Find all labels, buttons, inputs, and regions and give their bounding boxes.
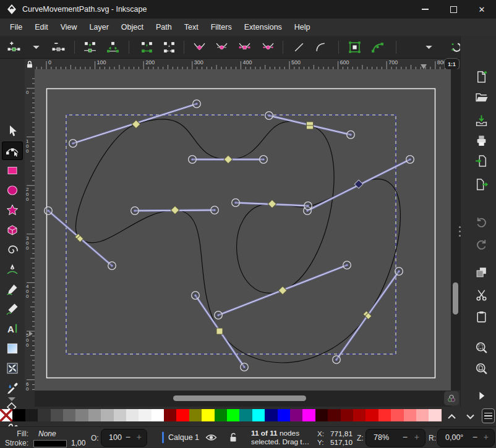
rotation-increase-button[interactable]: +: [484, 432, 489, 442]
tool-spiral[interactable]: [2, 240, 23, 259]
palette-swatch-000080[interactable]: [265, 409, 277, 421]
opacity-spinbox[interactable]: 100 − +: [101, 429, 147, 447]
palette-menu-button[interactable]: [482, 408, 495, 423]
menu-item-extensions[interactable]: Extensions: [238, 20, 288, 35]
paste-icon[interactable]: [471, 307, 492, 326]
rotation-value[interactable]: 0,00°: [445, 433, 463, 442]
palette-swatch-ff8080[interactable]: [404, 409, 416, 421]
tool-dropper[interactable]: [2, 379, 23, 397]
toolbox-scroll-icon[interactable]: [8, 397, 15, 401]
expand-dock-icon[interactable]: [471, 386, 492, 405]
palette-swatch-ffffff[interactable]: [152, 409, 164, 421]
horizontal-ruler[interactable]: 0100200300400500600700800: [35, 59, 451, 69]
opacity-decrease-button[interactable]: −: [126, 432, 130, 442]
stroke-width-value[interactable]: 1,00: [71, 439, 85, 447]
palette-swatch-ff00ff[interactable]: [302, 409, 315, 421]
palette-swatch-800080[interactable]: [290, 409, 302, 421]
path-node[interactable]: [268, 200, 276, 208]
maximize-button[interactable]: [439, 0, 468, 19]
palette-swatch-4d4d4d[interactable]: [51, 409, 63, 421]
palette-swatch-800000[interactable]: [341, 409, 353, 421]
zoom-decrease-button[interactable]: −: [403, 432, 408, 442]
menu-item-object[interactable]: Object: [115, 20, 150, 35]
node-auto-button[interactable]: [260, 39, 276, 56]
break-nodes-button[interactable]: [105, 39, 121, 56]
rotation-decrease-button[interactable]: −: [472, 432, 477, 442]
palette-scroll-up-icon[interactable]: [445, 412, 458, 421]
palette-swatch-2b0000[interactable]: [315, 409, 328, 421]
palette-swatch-ffd5d5[interactable]: [429, 409, 441, 421]
opacity-increase-button[interactable]: +: [137, 432, 142, 442]
path-node[interactable]: [224, 155, 233, 164]
new-document-icon[interactable]: [471, 67, 492, 86]
tool-mesh[interactable]: [2, 359, 23, 378]
path-node[interactable]: [278, 286, 287, 295]
tool-pencil[interactable]: [2, 280, 23, 298]
segment-line-button[interactable]: [291, 39, 307, 56]
palette-scroll-down-icon[interactable]: [463, 412, 477, 421]
palette-swatch-808000[interactable]: [189, 409, 202, 421]
cut-icon[interactable]: [471, 285, 492, 304]
zoom-spinbox[interactable]: 78% − +: [366, 429, 425, 447]
undo-icon[interactable]: [471, 211, 492, 230]
menu-item-path[interactable]: Path: [150, 20, 178, 35]
save-document-icon[interactable]: [471, 111, 492, 130]
zoom-1-1-button[interactable]: 1:1: [444, 58, 460, 70]
palette-swatch-ff5555[interactable]: [391, 409, 403, 421]
palette-swatch-666666[interactable]: [63, 409, 75, 421]
layer-visibility-eye-icon[interactable]: [205, 433, 217, 442]
close-button[interactable]: ✕: [468, 0, 496, 19]
insert-node-button[interactable]: [6, 39, 22, 56]
join-nodes-button[interactable]: [82, 39, 98, 56]
tool-calligraphy[interactable]: [2, 300, 23, 318]
redo-icon[interactable]: [471, 234, 492, 252]
palette-swatch-0000ff[interactable]: [278, 409, 290, 421]
zoom-value[interactable]: 78%: [374, 433, 389, 442]
print-icon[interactable]: [471, 131, 492, 150]
palette-swatch-800000[interactable]: [164, 409, 176, 421]
fill-value[interactable]: None: [38, 429, 56, 438]
insert-node-options-dropdown[interactable]: [28, 39, 45, 56]
zoom-selection-icon[interactable]: [471, 338, 492, 357]
tool-star[interactable]: [2, 201, 23, 219]
vertical-scrollbar-thumb[interactable]: [453, 282, 458, 315]
bezier-path[interactable]: [76, 119, 401, 363]
palette-swatch-000000[interactable]: [12, 409, 25, 421]
palette-swatch-aa0000[interactable]: [353, 409, 366, 421]
stroke-to-path-button[interactable]: [369, 39, 386, 56]
palette-swatch-008000[interactable]: [215, 409, 227, 421]
minimize-button[interactable]: [411, 0, 439, 19]
segment-curve-button[interactable]: [312, 39, 329, 56]
layer-name[interactable]: Calque 1: [168, 433, 199, 442]
palette-swatch-f2f2f2[interactable]: [139, 409, 151, 421]
tool-selector[interactable]: [2, 122, 23, 140]
horizontal-scrollbar[interactable]: [35, 391, 451, 407]
tool-ellipse[interactable]: [2, 181, 23, 200]
tool-gradient[interactable]: [2, 339, 23, 358]
delete-segment-button[interactable]: [161, 39, 177, 56]
palette-swatch-ff0000[interactable]: [176, 409, 189, 421]
menu-item-help[interactable]: Help: [288, 20, 317, 35]
ruler-lock-icon[interactable]: [25, 59, 35, 69]
palette-swatch-1a1a1a[interactable]: [25, 409, 38, 421]
palette-swatch-008080[interactable]: [239, 409, 252, 421]
menu-item-edit[interactable]: Edit: [28, 20, 54, 35]
color-managed-display-icon[interactable]: [444, 391, 459, 405]
stroke-color-swatch[interactable]: [33, 440, 67, 447]
dock-splitter-handle[interactable]: [459, 226, 461, 237]
palette-swatch-cccccc[interactable]: [114, 409, 126, 421]
object-to-path-button[interactable]: [346, 39, 363, 56]
palette-swatch-00ffff[interactable]: [252, 409, 265, 421]
palette-swatch-00ff00[interactable]: [227, 409, 239, 421]
open-document-icon[interactable]: [471, 88, 492, 106]
tool-pen[interactable]: [2, 260, 23, 279]
zoom-increase-button[interactable]: +: [414, 432, 419, 442]
import-icon[interactable]: [471, 151, 492, 170]
more-options-dropdown[interactable]: [421, 39, 437, 56]
duplicate-icon[interactable]: [471, 263, 492, 281]
tool-box-3d[interactable]: [2, 221, 23, 239]
rotation-spinbox[interactable]: 0,00° − +: [437, 429, 495, 447]
tool-node-editor[interactable]: [2, 142, 23, 160]
layer-lock-open-icon[interactable]: [229, 432, 237, 442]
path-node[interactable]: [171, 206, 179, 214]
